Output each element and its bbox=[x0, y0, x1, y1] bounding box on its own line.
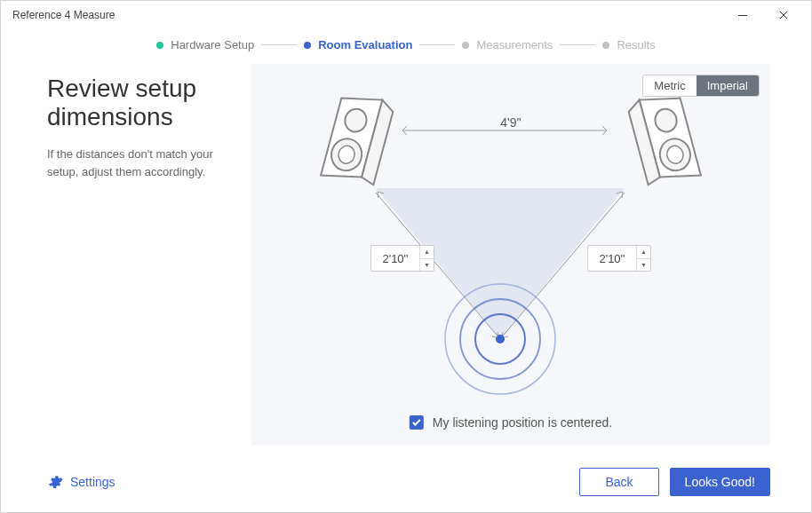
speaker-diagram: 4'9'' 2'10'' ▲ ▼ 2'10'' ▲ ▼ bbox=[251, 64, 770, 446]
step-results[interactable]: Results bbox=[602, 38, 655, 51]
check-icon bbox=[412, 419, 421, 426]
wizard-stepper: Hardware Setup Room Evaluation Measureme… bbox=[1, 29, 811, 64]
centered-label: My listening position is centered. bbox=[433, 415, 612, 430]
speaker-distance-label: 4'9'' bbox=[500, 115, 521, 130]
settings-label: Settings bbox=[70, 475, 115, 489]
centered-checkbox-row[interactable]: My listening position is centered. bbox=[410, 415, 612, 430]
right-distance-decrement[interactable]: ▼ bbox=[637, 259, 650, 272]
right-distance-value: 2'10'' bbox=[588, 252, 636, 265]
step-measurements[interactable]: Measurements bbox=[462, 38, 553, 51]
window: Reference 4 Measure Hardware Setup Room … bbox=[0, 0, 812, 513]
settings-link[interactable]: Settings bbox=[47, 474, 115, 490]
left-distance-input[interactable]: 2'10'' ▲ ▼ bbox=[370, 245, 434, 272]
window-title: Reference 4 Measure bbox=[8, 9, 722, 21]
left-distance-value: 2'10'' bbox=[371, 252, 419, 265]
step-label: Measurements bbox=[476, 38, 553, 51]
centered-checkbox[interactable] bbox=[410, 415, 424, 430]
next-button[interactable]: Looks Good! bbox=[670, 468, 770, 496]
step-label: Room Evaluation bbox=[318, 38, 412, 51]
left-distance-decrement[interactable]: ▼ bbox=[420, 259, 434, 272]
step-room-evaluation[interactable]: Room Evaluation bbox=[304, 38, 412, 51]
titlebar: Reference 4 Measure bbox=[1, 1, 811, 29]
step-separator bbox=[560, 44, 595, 45]
left-distance-increment[interactable]: ▲ bbox=[420, 246, 434, 259]
svg-rect-0 bbox=[738, 15, 747, 16]
step-label: Results bbox=[617, 38, 655, 51]
right-distance-increment[interactable]: ▲ bbox=[637, 246, 650, 259]
close-button[interactable] bbox=[763, 1, 804, 29]
step-hardware-setup[interactable]: Hardware Setup bbox=[156, 38, 254, 51]
main-content: Review setup dimensions If the distances… bbox=[1, 64, 811, 457]
right-distance-input[interactable]: 2'10'' ▲ ▼ bbox=[587, 245, 651, 272]
page-description: If the distances don't match your setup,… bbox=[47, 146, 234, 180]
instruction-column: Review setup dimensions If the distances… bbox=[47, 64, 234, 457]
diagram-panel: Metric Imperial bbox=[251, 64, 770, 446]
step-separator bbox=[261, 44, 297, 45]
minimize-button[interactable] bbox=[722, 1, 763, 29]
step-label: Hardware Setup bbox=[171, 38, 254, 51]
gear-icon bbox=[47, 474, 63, 490]
page-title: Review setup dimensions bbox=[47, 75, 234, 131]
bottom-bar: Settings Back Looks Good! bbox=[1, 457, 811, 512]
step-separator bbox=[419, 44, 455, 45]
back-button[interactable]: Back bbox=[579, 468, 658, 496]
svg-point-8 bbox=[496, 335, 505, 343]
